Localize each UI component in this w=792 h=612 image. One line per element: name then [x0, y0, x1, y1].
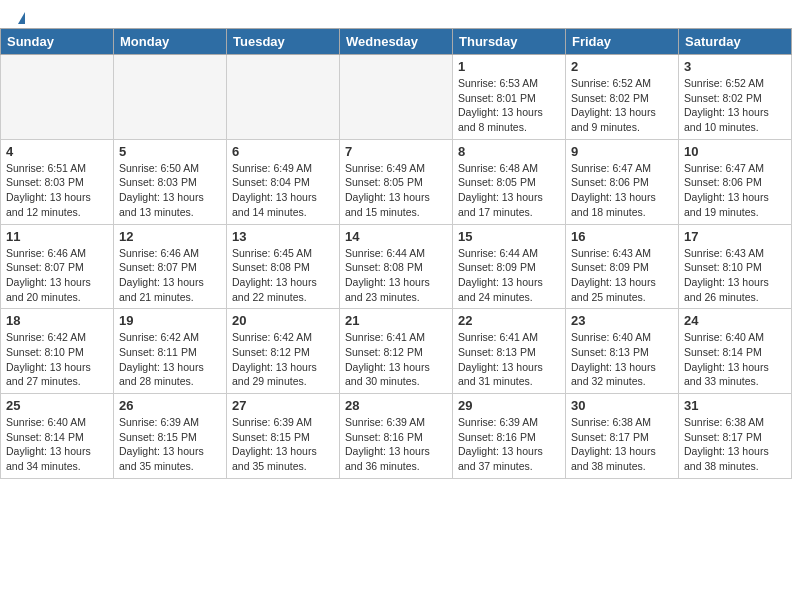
calendar-cell: 2Sunrise: 6:52 AM Sunset: 8:02 PM Daylig… — [566, 55, 679, 140]
day-number: 11 — [6, 229, 108, 244]
calendar-cell — [227, 55, 340, 140]
calendar-cell: 1Sunrise: 6:53 AM Sunset: 8:01 PM Daylig… — [453, 55, 566, 140]
calendar-cell: 11Sunrise: 6:46 AM Sunset: 8:07 PM Dayli… — [1, 224, 114, 309]
day-number: 19 — [119, 313, 221, 328]
day-number: 5 — [119, 144, 221, 159]
day-number: 12 — [119, 229, 221, 244]
calendar-cell: 3Sunrise: 6:52 AM Sunset: 8:02 PM Daylig… — [679, 55, 792, 140]
day-header-wednesday: Wednesday — [340, 29, 453, 55]
calendar-cell: 26Sunrise: 6:39 AM Sunset: 8:15 PM Dayli… — [114, 394, 227, 479]
calendar-week-row: 1Sunrise: 6:53 AM Sunset: 8:01 PM Daylig… — [1, 55, 792, 140]
day-header-sunday: Sunday — [1, 29, 114, 55]
day-detail: Sunrise: 6:42 AM Sunset: 8:11 PM Dayligh… — [119, 330, 221, 389]
day-number: 25 — [6, 398, 108, 413]
calendar-cell: 7Sunrise: 6:49 AM Sunset: 8:05 PM Daylig… — [340, 139, 453, 224]
day-detail: Sunrise: 6:45 AM Sunset: 8:08 PM Dayligh… — [232, 246, 334, 305]
day-detail: Sunrise: 6:44 AM Sunset: 8:09 PM Dayligh… — [458, 246, 560, 305]
calendar-cell: 30Sunrise: 6:38 AM Sunset: 8:17 PM Dayli… — [566, 394, 679, 479]
calendar-cell: 14Sunrise: 6:44 AM Sunset: 8:08 PM Dayli… — [340, 224, 453, 309]
calendar-cell: 6Sunrise: 6:49 AM Sunset: 8:04 PM Daylig… — [227, 139, 340, 224]
day-number: 22 — [458, 313, 560, 328]
day-number: 17 — [684, 229, 786, 244]
calendar-cell: 31Sunrise: 6:38 AM Sunset: 8:17 PM Dayli… — [679, 394, 792, 479]
day-detail: Sunrise: 6:40 AM Sunset: 8:13 PM Dayligh… — [571, 330, 673, 389]
day-number: 2 — [571, 59, 673, 74]
day-detail: Sunrise: 6:40 AM Sunset: 8:14 PM Dayligh… — [684, 330, 786, 389]
day-header-saturday: Saturday — [679, 29, 792, 55]
day-detail: Sunrise: 6:39 AM Sunset: 8:15 PM Dayligh… — [119, 415, 221, 474]
day-number: 1 — [458, 59, 560, 74]
day-number: 26 — [119, 398, 221, 413]
day-number: 31 — [684, 398, 786, 413]
day-detail: Sunrise: 6:38 AM Sunset: 8:17 PM Dayligh… — [571, 415, 673, 474]
day-number: 21 — [345, 313, 447, 328]
day-number: 4 — [6, 144, 108, 159]
day-detail: Sunrise: 6:42 AM Sunset: 8:12 PM Dayligh… — [232, 330, 334, 389]
day-number: 9 — [571, 144, 673, 159]
day-number: 10 — [684, 144, 786, 159]
day-number: 13 — [232, 229, 334, 244]
header — [0, 0, 792, 28]
calendar-cell — [1, 55, 114, 140]
day-detail: Sunrise: 6:41 AM Sunset: 8:12 PM Dayligh… — [345, 330, 447, 389]
calendar-cell: 15Sunrise: 6:44 AM Sunset: 8:09 PM Dayli… — [453, 224, 566, 309]
day-detail: Sunrise: 6:43 AM Sunset: 8:10 PM Dayligh… — [684, 246, 786, 305]
calendar-cell: 4Sunrise: 6:51 AM Sunset: 8:03 PM Daylig… — [1, 139, 114, 224]
day-header-friday: Friday — [566, 29, 679, 55]
calendar-cell: 22Sunrise: 6:41 AM Sunset: 8:13 PM Dayli… — [453, 309, 566, 394]
calendar-cell: 23Sunrise: 6:40 AM Sunset: 8:13 PM Dayli… — [566, 309, 679, 394]
day-number: 8 — [458, 144, 560, 159]
calendar-cell: 13Sunrise: 6:45 AM Sunset: 8:08 PM Dayli… — [227, 224, 340, 309]
calendar-cell — [340, 55, 453, 140]
day-number: 28 — [345, 398, 447, 413]
logo — [16, 12, 25, 24]
calendar-cell: 25Sunrise: 6:40 AM Sunset: 8:14 PM Dayli… — [1, 394, 114, 479]
calendar-cell — [114, 55, 227, 140]
day-number: 30 — [571, 398, 673, 413]
calendar-cell: 21Sunrise: 6:41 AM Sunset: 8:12 PM Dayli… — [340, 309, 453, 394]
calendar-cell: 17Sunrise: 6:43 AM Sunset: 8:10 PM Dayli… — [679, 224, 792, 309]
calendar-cell: 20Sunrise: 6:42 AM Sunset: 8:12 PM Dayli… — [227, 309, 340, 394]
day-detail: Sunrise: 6:53 AM Sunset: 8:01 PM Dayligh… — [458, 76, 560, 135]
day-detail: Sunrise: 6:44 AM Sunset: 8:08 PM Dayligh… — [345, 246, 447, 305]
day-detail: Sunrise: 6:50 AM Sunset: 8:03 PM Dayligh… — [119, 161, 221, 220]
day-detail: Sunrise: 6:48 AM Sunset: 8:05 PM Dayligh… — [458, 161, 560, 220]
day-number: 24 — [684, 313, 786, 328]
day-header-thursday: Thursday — [453, 29, 566, 55]
calendar-cell: 27Sunrise: 6:39 AM Sunset: 8:15 PM Dayli… — [227, 394, 340, 479]
day-number: 3 — [684, 59, 786, 74]
day-detail: Sunrise: 6:47 AM Sunset: 8:06 PM Dayligh… — [684, 161, 786, 220]
day-detail: Sunrise: 6:49 AM Sunset: 8:04 PM Dayligh… — [232, 161, 334, 220]
calendar-cell: 18Sunrise: 6:42 AM Sunset: 8:10 PM Dayli… — [1, 309, 114, 394]
day-detail: Sunrise: 6:47 AM Sunset: 8:06 PM Dayligh… — [571, 161, 673, 220]
calendar-cell: 19Sunrise: 6:42 AM Sunset: 8:11 PM Dayli… — [114, 309, 227, 394]
day-detail: Sunrise: 6:39 AM Sunset: 8:16 PM Dayligh… — [458, 415, 560, 474]
day-number: 18 — [6, 313, 108, 328]
calendar-cell: 12Sunrise: 6:46 AM Sunset: 8:07 PM Dayli… — [114, 224, 227, 309]
day-detail: Sunrise: 6:40 AM Sunset: 8:14 PM Dayligh… — [6, 415, 108, 474]
day-detail: Sunrise: 6:46 AM Sunset: 8:07 PM Dayligh… — [6, 246, 108, 305]
day-number: 20 — [232, 313, 334, 328]
day-header-monday: Monday — [114, 29, 227, 55]
day-number: 27 — [232, 398, 334, 413]
day-detail: Sunrise: 6:46 AM Sunset: 8:07 PM Dayligh… — [119, 246, 221, 305]
calendar-cell: 28Sunrise: 6:39 AM Sunset: 8:16 PM Dayli… — [340, 394, 453, 479]
day-detail: Sunrise: 6:41 AM Sunset: 8:13 PM Dayligh… — [458, 330, 560, 389]
calendar-cell: 9Sunrise: 6:47 AM Sunset: 8:06 PM Daylig… — [566, 139, 679, 224]
day-number: 29 — [458, 398, 560, 413]
calendar-cell: 29Sunrise: 6:39 AM Sunset: 8:16 PM Dayli… — [453, 394, 566, 479]
logo-triangle-icon — [18, 12, 25, 24]
calendar-week-row: 25Sunrise: 6:40 AM Sunset: 8:14 PM Dayli… — [1, 394, 792, 479]
day-detail: Sunrise: 6:51 AM Sunset: 8:03 PM Dayligh… — [6, 161, 108, 220]
day-detail: Sunrise: 6:43 AM Sunset: 8:09 PM Dayligh… — [571, 246, 673, 305]
day-detail: Sunrise: 6:42 AM Sunset: 8:10 PM Dayligh… — [6, 330, 108, 389]
calendar-cell: 8Sunrise: 6:48 AM Sunset: 8:05 PM Daylig… — [453, 139, 566, 224]
day-detail: Sunrise: 6:38 AM Sunset: 8:17 PM Dayligh… — [684, 415, 786, 474]
calendar-cell: 5Sunrise: 6:50 AM Sunset: 8:03 PM Daylig… — [114, 139, 227, 224]
calendar-cell: 10Sunrise: 6:47 AM Sunset: 8:06 PM Dayli… — [679, 139, 792, 224]
calendar-cell: 24Sunrise: 6:40 AM Sunset: 8:14 PM Dayli… — [679, 309, 792, 394]
day-detail: Sunrise: 6:52 AM Sunset: 8:02 PM Dayligh… — [571, 76, 673, 135]
calendar-header-row: SundayMondayTuesdayWednesdayThursdayFrid… — [1, 29, 792, 55]
calendar: SundayMondayTuesdayWednesdayThursdayFrid… — [0, 28, 792, 479]
day-detail: Sunrise: 6:49 AM Sunset: 8:05 PM Dayligh… — [345, 161, 447, 220]
